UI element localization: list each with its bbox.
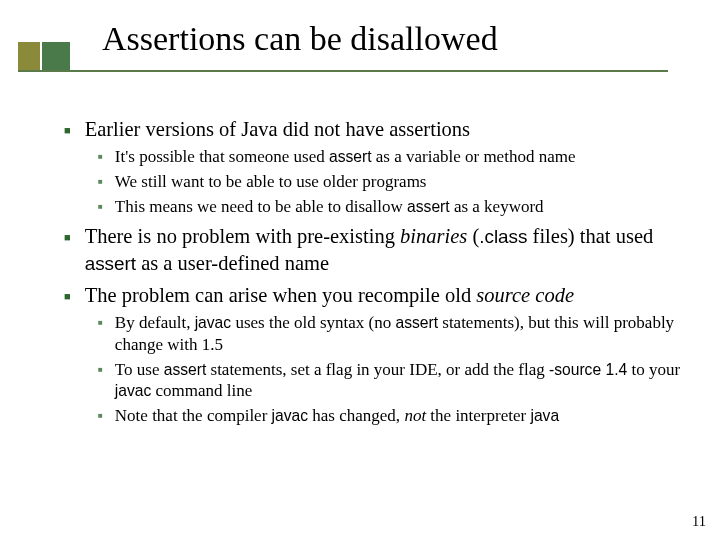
bullet-icon: ■ <box>64 123 71 142</box>
bullet-icon: ■ <box>98 318 103 356</box>
bullet-icon: ■ <box>98 177 103 193</box>
bullet-icon: ■ <box>64 230 71 275</box>
italic-not: not <box>404 406 426 425</box>
bullet-icon: ■ <box>98 152 103 168</box>
bullet-icon: ■ <box>98 202 103 218</box>
bullet-icon: ■ <box>98 365 103 403</box>
slide: Assertions can be disallowed ■ Earlier v… <box>0 0 720 540</box>
subpoint: ■ It's possible that someone used assert… <box>98 146 686 168</box>
code-java: java <box>530 407 559 424</box>
slide-title: Assertions can be disallowed <box>102 20 680 58</box>
subpoint-text: It's possible that someone used assert a… <box>115 146 576 168</box>
subpoint: ■ By default, javac uses the old syntax … <box>98 312 686 356</box>
header-accent-right <box>42 42 70 70</box>
point-text: The problem can arise when you recompile… <box>85 282 574 308</box>
code-source-flag: -source 1.4 <box>549 361 627 378</box>
bullet-icon: ■ <box>64 289 71 308</box>
code-assert: assert <box>85 253 136 274</box>
code-javac: javac <box>195 314 231 331</box>
subpoint-text: This means we need to be able to disallo… <box>115 196 544 218</box>
code-assert: assert <box>407 198 450 215</box>
subpoint-text: To use assert statements, set a flag in … <box>115 359 686 403</box>
header-underline <box>18 70 668 72</box>
subpoint: ■ Note that the compiler javac has chang… <box>98 405 686 427</box>
point-1-subs: ■ It's possible that someone used assert… <box>98 146 686 217</box>
subpoint-text: By default, javac uses the old syntax (n… <box>115 312 686 356</box>
code-javac: javac <box>115 382 151 399</box>
code-class: .class <box>479 226 527 247</box>
subpoint: ■ This means we need to be able to disal… <box>98 196 686 218</box>
slide-body: ■ Earlier versions of Java did not have … <box>64 110 686 430</box>
code-assert: assert <box>395 314 438 331</box>
point-3: ■ The problem can arise when you recompi… <box>64 282 686 308</box>
point-text: Earlier versions of Java did not have as… <box>85 116 470 142</box>
point-3-subs: ■ By default, javac uses the old syntax … <box>98 312 686 427</box>
subpoint-text: Note that the compiler javac has changed… <box>115 405 559 427</box>
code-javac: javac <box>272 407 308 424</box>
italic-source-code: source code <box>476 284 574 306</box>
point-text: There is no problem with pre-existing bi… <box>85 223 686 275</box>
point-1: ■ Earlier versions of Java did not have … <box>64 116 686 142</box>
italic-binaries: binaries <box>400 225 467 247</box>
subpoint: ■ We still want to be able to use older … <box>98 171 686 193</box>
code-assert: assert <box>164 361 207 378</box>
page-number: 11 <box>692 513 706 530</box>
point-2: ■ There is no problem with pre-existing … <box>64 223 686 275</box>
code-assert: assert <box>329 148 372 165</box>
subpoint: ■ To use assert statements, set a flag i… <box>98 359 686 403</box>
subpoint-text: We still want to be able to use older pr… <box>115 171 427 193</box>
bullet-icon: ■ <box>98 411 103 427</box>
header-accent-left <box>18 42 40 70</box>
